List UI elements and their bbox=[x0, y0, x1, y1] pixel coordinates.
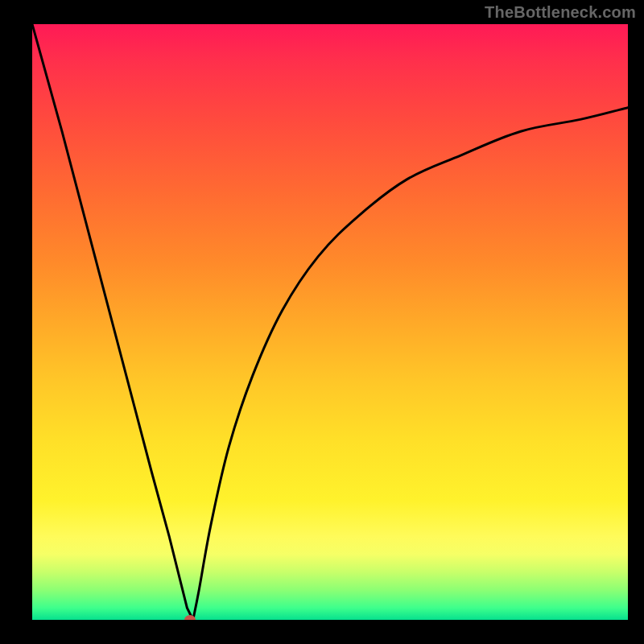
watermark-text: TheBottleneck.com bbox=[485, 3, 636, 22]
bottleneck-curve bbox=[32, 24, 628, 620]
curve-left-branch bbox=[32, 24, 193, 620]
curve-right-branch bbox=[193, 108, 628, 620]
plot-area bbox=[32, 24, 628, 620]
minimum-marker bbox=[184, 615, 196, 620]
chart-frame: TheBottleneck.com bbox=[0, 0, 644, 644]
